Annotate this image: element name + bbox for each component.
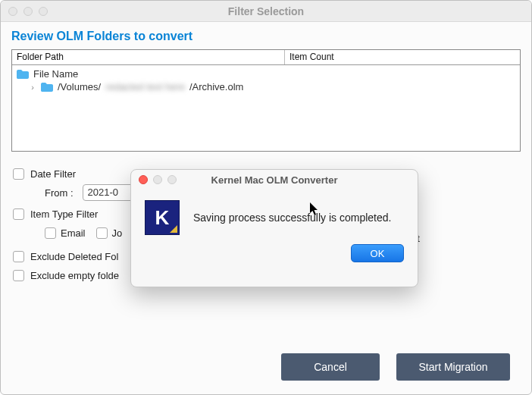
minimize-icon xyxy=(153,175,162,184)
journal-label-fragment: Jo xyxy=(112,227,123,239)
exclude-deleted-label: Exclude Deleted Fol xyxy=(30,251,118,262)
folder-root-row[interactable]: File Name xyxy=(15,67,517,80)
page-heading: Review OLM Folders to convert xyxy=(11,30,521,43)
dialog-traffic-lights xyxy=(139,175,177,184)
maximize-icon[interactable] xyxy=(39,7,48,16)
col-item-count[interactable]: Item Count xyxy=(285,50,520,64)
dialog-footer: OK xyxy=(131,240,418,273)
path-redacted: redacted text here xyxy=(105,81,185,92)
item-type-label: Item Type Filter xyxy=(30,208,98,220)
minimize-icon[interactable] xyxy=(23,7,33,16)
folder-icon xyxy=(17,70,29,79)
dialog-message: Saving process successfully is completed… xyxy=(193,212,391,224)
app-icon-letter: K xyxy=(155,206,170,230)
filter-selection-window: Filter Selection Review OLM Folders to c… xyxy=(0,0,532,395)
confirmation-dialog: Kernel Mac OLM Converter K Saving proces… xyxy=(130,169,418,287)
email-checkbox[interactable] xyxy=(45,227,56,239)
item-type-checkbox[interactable] xyxy=(13,208,24,220)
chevron-right-icon[interactable]: › xyxy=(29,83,36,92)
folder-icon xyxy=(41,83,53,92)
email-label: Email xyxy=(61,227,86,239)
exclude-empty-label: Exclude empty folde xyxy=(30,270,119,281)
folder-table-header: Folder Path Item Count xyxy=(12,50,520,65)
titlebar: Filter Selection xyxy=(1,1,531,22)
app-icon: K xyxy=(145,200,180,235)
start-migration-button[interactable]: Start Migration xyxy=(396,353,510,381)
type-journal: Jo xyxy=(96,227,123,239)
date-filter-checkbox[interactable] xyxy=(13,168,24,180)
date-filter-label: Date Filter xyxy=(30,168,76,180)
dialog-body: K Saving process successfully is complet… xyxy=(131,190,418,240)
path-prefix: /Volumes/ xyxy=(58,81,101,92)
exclude-deleted-checkbox[interactable] xyxy=(13,251,24,262)
close-icon[interactable] xyxy=(139,175,148,184)
ok-button[interactable]: OK xyxy=(351,244,404,262)
cancel-button[interactable]: Cancel xyxy=(281,353,380,381)
maximize-icon xyxy=(167,175,177,184)
footer-buttons: Cancel Start Migration xyxy=(1,353,531,381)
folder-child-row[interactable]: › /Volumes/ redacted text here /Archive.… xyxy=(15,80,517,93)
dialog-titlebar: Kernel Mac OLM Converter xyxy=(131,170,418,190)
window-title: Filter Selection xyxy=(1,5,531,17)
path-suffix: /Archive.olm xyxy=(189,81,244,92)
from-label: From : xyxy=(45,187,74,199)
col-folder-path[interactable]: Folder Path xyxy=(12,50,285,64)
journal-checkbox[interactable] xyxy=(96,227,108,239)
close-icon[interactable] xyxy=(8,7,17,16)
folder-root-label: File Name xyxy=(33,68,78,80)
exclude-empty-checkbox[interactable] xyxy=(13,270,24,281)
folder-table: Folder Path Item Count File Name › /Volu… xyxy=(11,49,521,152)
type-email: Email xyxy=(45,227,86,239)
folder-table-body: File Name › /Volumes/ redacted text here… xyxy=(12,65,520,96)
traffic-lights xyxy=(8,7,48,16)
